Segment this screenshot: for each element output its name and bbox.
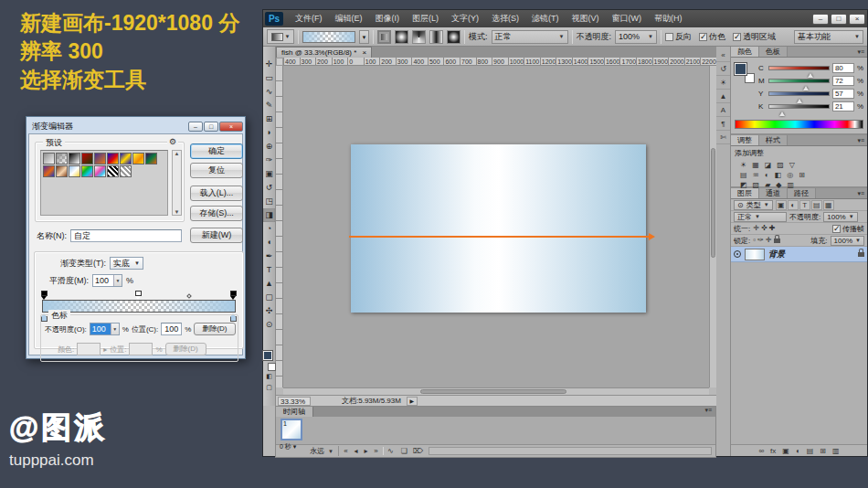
dialog-close-button[interactable]: × (219, 122, 243, 132)
panel-menu-icon[interactable]: ▾≡ (854, 47, 867, 57)
dialog-maximize-button[interactable]: □ (204, 122, 218, 132)
unify-icon[interactable]: ✚ (769, 224, 776, 234)
window-maximize-button[interactable]: □ (831, 14, 847, 25)
layers-footer-icon[interactable]: ▥ (832, 447, 840, 455)
opacity-stop-right[interactable] (230, 291, 237, 296)
frame-delay-select[interactable]: 0 秒 ▾ (280, 442, 296, 451)
gradient-tool[interactable]: ◨ (263, 208, 275, 222)
layers-footer-icon[interactable]: ⊞ (820, 447, 826, 455)
eraser-tool[interactable]: ◳ (263, 195, 275, 208)
dock-panel-icon[interactable]: A (716, 103, 730, 117)
layer-filter-icon[interactable]: ▦ (823, 200, 834, 210)
gradient-preset[interactable] (56, 165, 68, 177)
window-close-button[interactable]: × (849, 14, 865, 25)
channel-slider[interactable] (768, 91, 830, 96)
scroll-up-icon[interactable]: ▲ (175, 151, 180, 156)
menu-item[interactable]: 选择(S) (485, 10, 525, 27)
opacity-stop-middle[interactable] (135, 291, 142, 296)
menu-item[interactable]: 窗口(W) (606, 10, 649, 27)
canvas[interactable] (351, 144, 646, 313)
propagate-frames-checkbox[interactable]: 传播帧 (832, 224, 864, 234)
gradient-preset[interactable] (81, 165, 93, 177)
dock-panel-icon[interactable]: ☀ (716, 76, 730, 90)
opacity-stop-left[interactable] (41, 291, 48, 296)
gradient-preview[interactable] (302, 31, 355, 43)
reflected-gradient-button[interactable] (429, 30, 443, 44)
lock-option-icon[interactable]: ▫ (753, 236, 756, 246)
tab-styles[interactable]: 样式 (759, 135, 788, 145)
tab-adjustments[interactable]: 调整 (731, 135, 759, 145)
gear-icon[interactable]: ⚙ (167, 137, 178, 146)
gradient-preset[interactable] (132, 153, 144, 164)
channel-value-input[interactable]: 80 (832, 63, 854, 73)
shape-tool[interactable]: ▢ (263, 291, 275, 304)
gradient-preset[interactable] (120, 153, 132, 164)
foreground-background-swatches[interactable] (263, 351, 276, 371)
adjustment-icon[interactable]: ▦ (752, 161, 759, 169)
chevron-down-icon[interactable]: ▼ (111, 324, 119, 334)
playback-button[interactable]: ◂ (351, 447, 361, 455)
background-color-swatch[interactable] (268, 363, 276, 371)
lock-option-icon[interactable]: ✑ (757, 236, 764, 246)
checkbox-icon[interactable] (665, 33, 673, 41)
checkbox-icon[interactable] (699, 33, 707, 41)
stop-location-input[interactable]: 100 (161, 323, 182, 335)
tab-layers[interactable]: 图层 (731, 188, 759, 198)
dock-panel-icon[interactable]: ▲ (716, 90, 730, 103)
adjustment-icon[interactable]: ☀ (740, 161, 746, 169)
gradient-type-select[interactable]: 实底 ▼ (110, 257, 143, 270)
gradient-preset[interactable] (43, 153, 55, 164)
dock-panel-icon[interactable]: « (716, 48, 730, 62)
gradient-preset[interactable] (69, 153, 80, 164)
playback-button[interactable]: » (371, 447, 381, 455)
dodge-tool[interactable]: ◖ (263, 236, 275, 249)
menu-item[interactable]: 文件(F) (289, 10, 329, 27)
lock-all-icon[interactable] (774, 239, 780, 243)
layer-visibility-eye-icon[interactable] (734, 250, 741, 258)
save-button[interactable]: 存储(S)... (190, 206, 243, 221)
linear-gradient-button[interactable] (377, 30, 391, 44)
adjustment-icon[interactable]: ▽ (789, 161, 795, 169)
angle-gradient-button[interactable] (412, 30, 426, 44)
window-minimize-button[interactable]: – (812, 14, 829, 25)
stop-opacity-input[interactable]: 100 ▼ (90, 323, 120, 335)
channel-slider[interactable] (768, 79, 830, 83)
history-brush-tool[interactable]: ↺ (263, 181, 275, 195)
channel-value-input[interactable]: 57 (832, 89, 854, 99)
status-menu-arrow[interactable]: ▶ (407, 397, 418, 406)
blend-mode-select[interactable]: 正常▼ (492, 30, 568, 44)
slider-thumb[interactable] (779, 109, 785, 116)
slider-thumb[interactable] (803, 83, 809, 90)
lock-option-icon[interactable]: ✛ (766, 236, 772, 246)
option-checkbox[interactable]: 仿色 (699, 31, 725, 43)
animation-frame[interactable]: 1 (281, 419, 302, 440)
checkbox-icon[interactable] (832, 225, 841, 233)
smoothness-input[interactable]: 100 ▼ (92, 274, 122, 287)
loop-select[interactable]: 永远 ▼ (305, 446, 339, 456)
menu-item[interactable]: 滤镜(T) (525, 10, 566, 27)
tab-color[interactable]: 颜色 (731, 47, 759, 57)
load-button[interactable]: 载入(L)... (190, 186, 243, 201)
clone-stamp-tool[interactable]: ▣ (263, 167, 275, 181)
crop-tool[interactable]: ⊞ (263, 112, 275, 126)
panel-color-swatches[interactable] (735, 63, 755, 83)
horizontal-scrollbar[interactable] (283, 387, 709, 395)
layer-thumbnail[interactable] (745, 249, 765, 260)
canvas-viewport[interactable] (283, 66, 709, 387)
delete-stop-button[interactable]: 删除(D) (194, 323, 235, 335)
layers-footer-icon[interactable]: ▤ (807, 447, 814, 455)
pen-tool[interactable]: ✒ (263, 249, 275, 263)
frame-edit-icon[interactable]: ∿ (386, 447, 396, 455)
adjustment-icon[interactable]: ▨ (777, 161, 784, 169)
option-checkbox[interactable]: 透明区域 (733, 31, 776, 43)
layer-opacity-select[interactable]: 100%▼ (823, 212, 857, 222)
color-spectrum-ramp[interactable] (735, 120, 863, 129)
reset-button[interactable]: 复位 (190, 163, 243, 178)
blur-tool[interactable]: ◔ (263, 222, 275, 236)
menu-item[interactable]: 视图(V) (566, 10, 606, 27)
gradient-name-input[interactable]: 自定 (70, 229, 182, 242)
layers-footer-icon[interactable]: ▣ (782, 447, 789, 455)
layers-footer-icon[interactable]: ◐ (796, 447, 800, 455)
adjustment-icon[interactable]: ◧ (775, 171, 782, 179)
adjustment-icon[interactable]: ◐ (765, 171, 769, 179)
